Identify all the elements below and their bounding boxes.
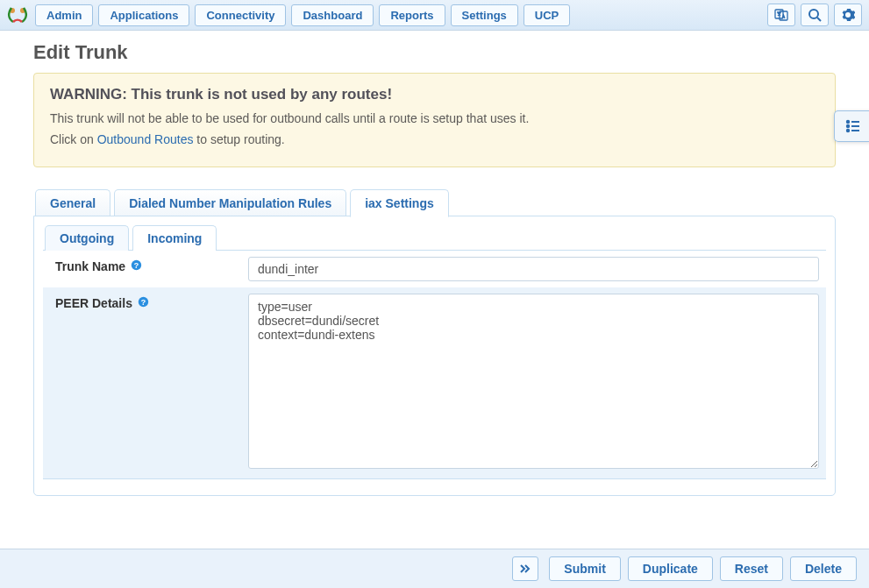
svg-point-4 (809, 10, 818, 18)
svg-text:?: ? (141, 297, 146, 306)
svg-point-11 (846, 125, 848, 127)
tab-general[interactable]: General (35, 189, 110, 217)
outbound-routes-link[interactable]: Outbound Routes (97, 132, 194, 146)
help-icon[interactable]: ? (131, 259, 142, 273)
nav-admin[interactable]: Admin (35, 4, 93, 26)
trunk-name-input[interactable] (248, 257, 819, 281)
warning-alert: WARNING: This trunk is not used by any r… (33, 73, 836, 167)
nav-ucp[interactable]: UCP (524, 4, 570, 26)
duplicate-button[interactable]: Duplicate (628, 556, 713, 581)
gear-icon-button[interactable] (834, 4, 862, 26)
svg-point-13 (846, 130, 848, 131)
delete-button[interactable]: Delete (790, 556, 857, 581)
nav-settings[interactable]: Settings (451, 4, 518, 26)
nav-dashboard[interactable]: Dashboard (291, 4, 374, 26)
form-box: Trunk Name ? PEER Details ? (43, 250, 826, 479)
sub-tabs: Outgoing Incoming (45, 225, 826, 251)
footer-bar: Submit Duplicate Reset Delete (0, 549, 869, 588)
row-trunk-name: Trunk Name ? (43, 251, 826, 287)
main-tabs: General Dialed Number Manipulation Rules… (35, 188, 836, 216)
peer-details-label: PEER Details (55, 296, 132, 310)
subtab-incoming[interactable]: Incoming (132, 225, 217, 251)
tab-dialed-number-rules[interactable]: Dialed Number Manipulation Rules (114, 189, 346, 217)
search-icon-button[interactable] (801, 4, 829, 26)
side-list-toggle[interactable] (834, 110, 869, 142)
warning-line1: This trunk will not be able to be used f… (50, 109, 819, 130)
logo-icon (5, 3, 30, 27)
tab-iax-settings[interactable]: iax Settings (350, 189, 449, 217)
warning-heading: WARNING: This trunk is not used by any r… (50, 86, 819, 103)
reset-button[interactable]: Reset (720, 556, 783, 581)
top-nav: Admin Applications Connectivity Dashboar… (0, 0, 869, 31)
warning-line2-after: to setup routing. (193, 132, 284, 146)
footer-expand-icon[interactable] (512, 556, 538, 581)
nav-reports[interactable]: Reports (379, 4, 445, 26)
trunk-name-label: Trunk Name (55, 259, 125, 273)
svg-text:?: ? (134, 260, 139, 269)
nav-connectivity[interactable]: Connectivity (195, 4, 286, 26)
help-icon[interactable]: ? (138, 296, 149, 309)
page-title: Edit Trunk (33, 41, 836, 64)
peer-details-textarea[interactable] (248, 294, 819, 469)
language-icon-button[interactable] (767, 4, 795, 26)
subtab-outgoing[interactable]: Outgoing (45, 225, 129, 251)
settings-panel: Outgoing Incoming Trunk Name ? PEER Deta… (33, 216, 836, 496)
warning-line2: Click on Outbound Routes to setup routin… (50, 130, 819, 151)
warning-line2-before: Click on (50, 132, 97, 146)
row-peer-details: PEER Details ? (43, 287, 826, 478)
submit-button[interactable]: Submit (549, 556, 620, 581)
svg-point-9 (846, 121, 848, 123)
nav-applications[interactable]: Applications (98, 4, 189, 26)
